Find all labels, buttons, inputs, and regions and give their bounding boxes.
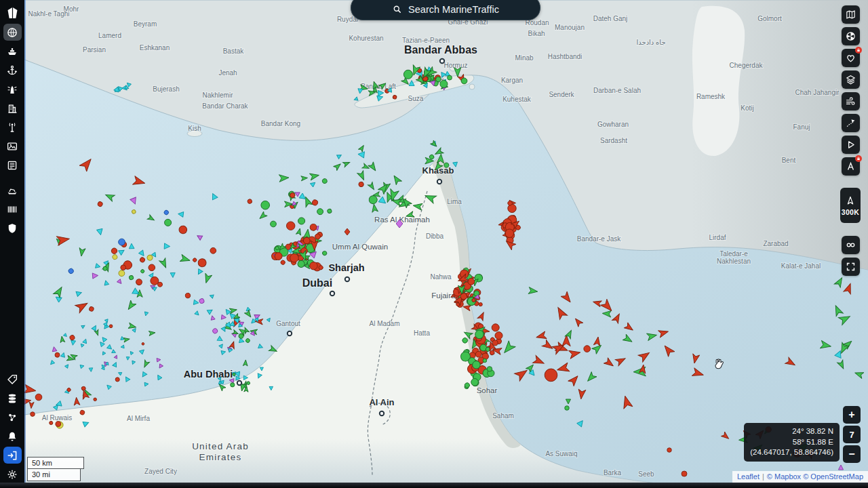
sidebar-item-vessels[interactable]: [3, 43, 22, 60]
sidebar-item-integrations[interactable]: [3, 409, 22, 426]
vessel-marker[interactable]: [115, 378, 120, 382]
sidebar-item-ports[interactable]: [3, 62, 22, 79]
map-label: Suza: [408, 95, 424, 102]
vessel-marker[interactable]: [487, 367, 492, 372]
vessel-marker[interactable]: [142, 342, 144, 345]
vessel-marker[interactable]: [667, 448, 671, 452]
right-toolbar: 300K: [840, 5, 861, 276]
vessel-marker[interactable]: [233, 373, 235, 375]
map-label: Dateh Ganj: [593, 15, 628, 22]
containers-icon: [6, 203, 18, 216]
tags-icon: [6, 373, 18, 386]
map-label: Minab: [515, 54, 534, 62]
sidebar-item-notifications[interactable]: [3, 428, 22, 445]
sidebar-item-stations[interactable]: [3, 119, 22, 136]
sidebar-item-containers[interactable]: [3, 201, 22, 218]
vessel-marker[interactable]: [275, 246, 279, 250]
map-label: Lirdaf: [709, 234, 726, 241]
basemap-globe-button[interactable]: [842, 27, 860, 45]
sidebar-item-pilots[interactable]: [3, 182, 22, 199]
map-label: Golmort: [757, 15, 782, 22]
sidebar-item-settings[interactable]: [3, 466, 22, 483]
attribution-separator: |: [762, 472, 764, 481]
map-label: Al Ain: [369, 397, 394, 407]
city-dot: [380, 411, 384, 415]
map-label: Bent: [782, 157, 796, 164]
playback-button[interactable]: [842, 136, 860, 154]
lock-icon: [856, 48, 861, 52]
sidebar-item-companies[interactable]: [3, 100, 22, 117]
map-label: Gowharan: [597, 121, 629, 128]
vessel-marker[interactable]: [103, 266, 107, 270]
search-bar[interactable]: Search MarineTraffic: [351, 0, 540, 20]
vessel-marker[interactable]: [583, 345, 590, 352]
vessel-marker[interactable]: [94, 398, 97, 401]
vessel-marker[interactable]: [286, 222, 295, 230]
sidebar-item-sign-in[interactable]: [3, 447, 22, 464]
city-dot: [437, 180, 441, 184]
vessel-count-button[interactable]: 300K: [840, 188, 861, 223]
sidebar-item-tags[interactable]: [3, 371, 22, 388]
favorites-button[interactable]: [842, 49, 860, 67]
map-styles-button[interactable]: [842, 5, 860, 24]
layers-icon: [845, 74, 856, 85]
map-label: Al Ruwais: [42, 414, 72, 422]
map-label: Nakhlemir: [202, 92, 233, 99]
layers-button[interactable]: [842, 70, 860, 89]
map-label: Al Mirfa: [127, 415, 150, 422]
vessels-icon: [6, 45, 18, 58]
vessel-marker[interactable]: [164, 219, 172, 226]
basemap-globe-icon: [845, 30, 856, 42]
news-icon: [6, 159, 18, 171]
map-label: Dibba: [426, 232, 444, 240]
zoom-out-button[interactable]: −: [843, 445, 861, 463]
sidebar-item-news[interactable]: [3, 157, 22, 174]
leaflet-link[interactable]: Leaflet: [737, 472, 760, 481]
map-label: Seeb: [638, 470, 654, 478]
city-dot: [345, 277, 349, 281]
vessel-marker[interactable]: [55, 352, 60, 358]
vessel-marker[interactable]: [31, 412, 35, 417]
past-track-button[interactable]: [842, 236, 860, 254]
map-canvas[interactable]: MohrNakhl-e TaghiBeyramLamerdParsianEshk…: [0, 0, 868, 488]
protect-icon: [6, 222, 18, 235]
map-label: United Arab: [192, 441, 249, 451]
map-label: Bikah: [528, 30, 545, 37]
playback-icon: [845, 139, 856, 150]
mapbox-osm-links[interactable]: © Mapbox © OpenStreetMap: [767, 472, 863, 481]
sidebar-item-protect[interactable]: [3, 220, 22, 237]
sidebar-item-lights[interactable]: [3, 81, 22, 98]
vessel-marker[interactable]: [49, 421, 53, 425]
sidebar-item-datasets[interactable]: [3, 390, 22, 407]
map-label: Beyram: [134, 20, 157, 28]
vessel-marker[interactable]: [447, 75, 452, 80]
sidebar-item-logo[interactable]: [3, 5, 22, 22]
map-label: Parsian: [83, 46, 106, 54]
vessel-marker[interactable]: [479, 302, 483, 306]
sidebar-item-photos[interactable]: [3, 138, 22, 155]
past-track-icon: [845, 239, 856, 251]
map-label: Fanuj: [793, 123, 810, 131]
vessel-marker[interactable]: [230, 382, 235, 387]
vessel-marker[interactable]: [565, 406, 569, 410]
fullscreen-button[interactable]: [842, 258, 860, 276]
coordinates-decimal: (24.647017, 58.864746): [750, 447, 833, 458]
map-label: Zayed City: [144, 468, 177, 475]
vessel-marker[interactable]: [483, 359, 487, 363]
sidebar-item-live-map[interactable]: [3, 24, 22, 41]
voyage-planner-button[interactable]: [842, 114, 860, 132]
vessel-marker[interactable]: [35, 394, 42, 401]
map-label: Manoujan: [555, 24, 585, 31]
map-label: Ras Al Khaimah: [374, 216, 430, 224]
vessel-marker[interactable]: [682, 471, 687, 476]
map-label: Kish: [188, 125, 201, 132]
map-label: Nahwa: [430, 273, 452, 281]
zoom-in-button[interactable]: +: [843, 406, 861, 424]
map-label: Bastak: [223, 47, 245, 55]
map-label: Gantout: [276, 320, 300, 327]
weather-button[interactable]: [842, 92, 860, 110]
map-label: Dubai: [302, 277, 332, 289]
vessel-labels-button[interactable]: [842, 157, 860, 176]
vessel-marker[interactable]: [210, 247, 216, 254]
logo-icon: [5, 6, 20, 20]
